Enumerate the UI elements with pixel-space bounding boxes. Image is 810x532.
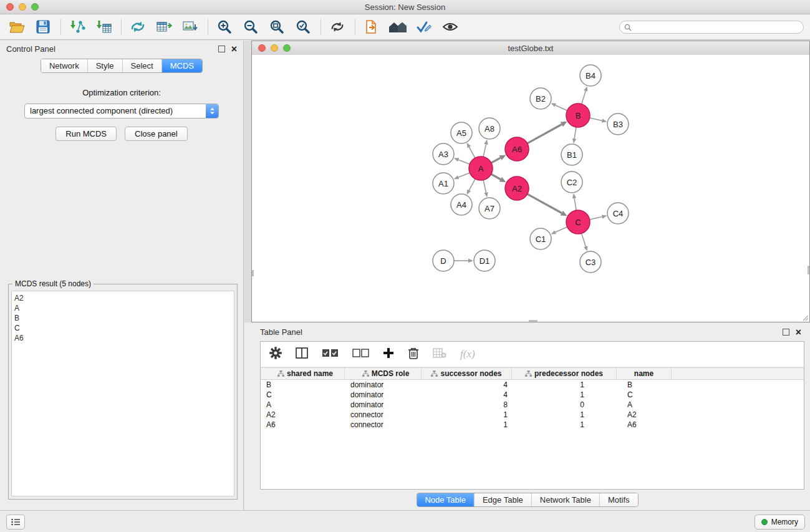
task-history-button[interactable]: [6, 515, 25, 530]
export-image-button[interactable]: [180, 17, 201, 37]
mcds-result-list[interactable]: A2 A B C A6: [11, 291, 234, 496]
close-network-button[interactable]: [258, 44, 266, 52]
graph-node-label: A: [478, 164, 484, 173]
graph-edge-A-A8[interactable]: [483, 144, 486, 157]
show-columns-button[interactable]: [296, 347, 308, 361]
graph-edge-A2-C[interactable]: [528, 194, 562, 213]
tab-network-table[interactable]: Network Table: [531, 493, 599, 506]
graph-edge-C-C1[interactable]: [556, 227, 567, 233]
list-item[interactable]: C: [14, 323, 234, 333]
graph-node-label: B1: [567, 150, 577, 160]
tab-select[interactable]: Select: [122, 59, 162, 72]
graph-edge-A-A7[interactable]: [483, 180, 486, 193]
show-hide-button[interactable]: [440, 17, 461, 37]
network-graph[interactable]: B4B2BB3A5A8A6B1A3AC2A1A2A4A7C4CC1C3DD1: [252, 55, 809, 322]
graph-edge-A-A4[interactable]: [469, 179, 475, 190]
control-panel-header: Control Panel ×: [0, 41, 243, 54]
graph-edge-A-A5[interactable]: [469, 147, 475, 158]
zoom-fit-button[interactable]: [266, 17, 287, 37]
tab-edge-table[interactable]: Edge Table: [474, 493, 531, 506]
graph-edge-A6-B[interactable]: [528, 124, 562, 143]
tab-mcds[interactable]: MCDS: [162, 59, 202, 72]
table-row[interactable]: C dominator 4 1 C: [261, 390, 804, 400]
graph-edge-B-B4[interactable]: [582, 91, 586, 104]
network-window-titlebar[interactable]: testGlobe.txt: [252, 41, 809, 56]
home-button[interactable]: [387, 17, 408, 37]
network-canvas[interactable]: B4B2BB3A5A8A6B1A3AC2A1A2A4A7C4CC1C3DD1: [252, 55, 809, 322]
open-folder-icon: [9, 20, 25, 34]
function-builder-button[interactable]: f(x): [460, 348, 475, 360]
column-header-label: MCDS role: [372, 369, 410, 378]
scrollbar-thumb[interactable]: [808, 266, 809, 274]
graph-edge-C-C2[interactable]: [574, 198, 576, 211]
table-row[interactable]: A6 connector 1 1 A6: [261, 420, 804, 430]
save-session-button[interactable]: [32, 17, 54, 37]
column-header-label: successor nodes: [440, 369, 501, 378]
graph-edge-C-C4[interactable]: [590, 217, 602, 220]
tab-style[interactable]: Style: [87, 59, 122, 72]
table-cell: 0: [512, 400, 617, 409]
memory-button[interactable]: Memory: [755, 515, 805, 530]
select-all-button[interactable]: [322, 349, 339, 360]
column-header-name[interactable]: name: [617, 368, 672, 379]
resize-handle-icon[interactable]: [803, 315, 809, 321]
close-panel-icon[interactable]: ×: [796, 329, 801, 336]
minimize-window-button[interactable]: [19, 3, 26, 11]
graph-edge-C-C3[interactable]: [582, 233, 586, 246]
tab-motifs[interactable]: Motifs: [599, 493, 638, 506]
column-header-successor-nodes[interactable]: successor nodes: [422, 368, 512, 379]
tab-network[interactable]: Network: [41, 59, 87, 72]
export-table-button[interactable]: [153, 17, 175, 37]
table-row[interactable]: A dominator 8 0 A: [261, 400, 804, 410]
zoom-selected-button[interactable]: [292, 17, 314, 37]
graph-edge-A-A3[interactable]: [458, 160, 470, 164]
delete-table-button[interactable]: [433, 348, 446, 360]
import-table-button[interactable]: [93, 17, 114, 37]
toolbar-separator: [355, 19, 355, 35]
minimize-network-button[interactable]: [271, 44, 278, 52]
zoom-out-button[interactable]: [240, 17, 261, 37]
list-item[interactable]: A2: [14, 293, 234, 303]
export-network-button[interactable]: [127, 17, 148, 37]
graph-edge-A-A1[interactable]: [458, 173, 470, 177]
run-mcds-button[interactable]: Run MCDS: [55, 127, 117, 141]
refresh-button[interactable]: [327, 17, 348, 37]
list-item[interactable]: A: [14, 303, 234, 313]
close-window-button[interactable]: [6, 3, 14, 11]
import-network-button[interactable]: [67, 17, 88, 37]
table-row[interactable]: B dominator 4 1 B: [261, 380, 804, 390]
zoom-network-button[interactable]: [283, 44, 291, 52]
column-header-mcds-role[interactable]: MCDS role: [345, 368, 422, 379]
column-header-predecessor-nodes[interactable]: predecessor nodes: [512, 368, 617, 379]
combo-stepper-icon[interactable]: [206, 104, 218, 118]
float-panel-icon[interactable]: [218, 46, 225, 52]
open-session-button[interactable]: [6, 17, 27, 37]
tab-node-table[interactable]: Node Table: [417, 493, 474, 506]
optimization-select[interactable]: largest connected component (directed): [24, 104, 219, 118]
window-titlebar[interactable]: Session: New Session: [0, 0, 810, 14]
table-row[interactable]: A2 connector 1 1 A2: [261, 410, 804, 420]
search-input[interactable]: [634, 21, 803, 33]
graph-edge-B-B3[interactable]: [590, 118, 602, 120]
style-check-button[interactable]: [413, 17, 435, 37]
close-panel-icon[interactable]: ×: [231, 46, 237, 52]
list-item[interactable]: B: [14, 313, 234, 323]
column-header-shared-name[interactable]: shared name: [261, 368, 345, 379]
zoom-in-button[interactable]: [214, 17, 235, 37]
close-panel-button[interactable]: Close panel: [125, 127, 188, 141]
float-panel-icon[interactable]: [783, 329, 789, 336]
deselect-all-button[interactable]: [352, 349, 369, 360]
list-item[interactable]: A6: [14, 333, 234, 343]
add-column-button[interactable]: [383, 347, 394, 361]
graph-edge-A-A6[interactable]: [491, 158, 501, 163]
scrollbar-thumb[interactable]: [529, 320, 538, 322]
graph-edge-B-B2[interactable]: [556, 105, 567, 111]
graph-edge-B-B1[interactable]: [574, 127, 576, 139]
graph-edge-A-A2[interactable]: [491, 174, 501, 179]
export-document-button[interactable]: [361, 17, 382, 37]
scrollbar-thumb[interactable]: [252, 270, 254, 276]
delete-column-button[interactable]: [408, 347, 419, 362]
table-settings-button[interactable]: [269, 347, 282, 362]
table-cell: B: [617, 380, 672, 389]
zoom-window-button[interactable]: [31, 3, 39, 11]
